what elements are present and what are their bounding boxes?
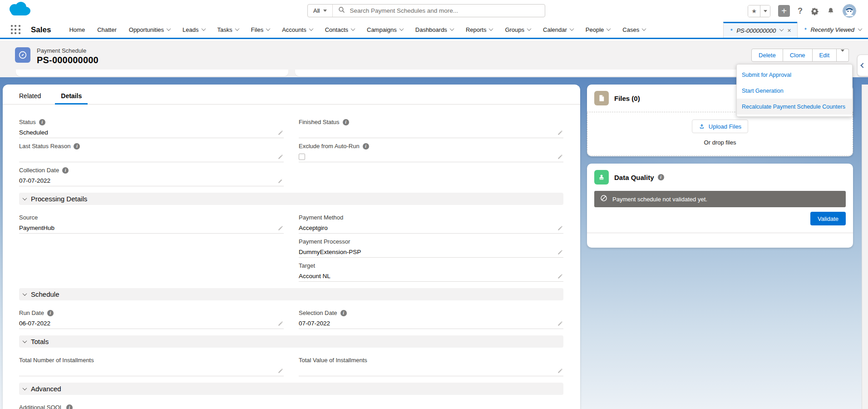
chevron-down-icon[interactable] [858, 26, 863, 31]
chevron-down-icon[interactable] [399, 26, 404, 31]
edit-pencil-icon[interactable] [557, 130, 563, 136]
nav-tab-record[interactable]: * PS-000000000 [723, 22, 797, 38]
edit-pencil-icon[interactable] [277, 154, 284, 160]
nav-tab-label: Opportunities [129, 26, 164, 33]
bell-icon[interactable] [827, 7, 835, 15]
edit-pencil-icon[interactable] [557, 225, 563, 231]
chevron-down-icon[interactable] [607, 26, 611, 31]
edit-pencil-icon[interactable] [557, 249, 563, 255]
nav-tab[interactable]: Campaigns [367, 26, 403, 33]
field-value: DummyExtension-PSP [299, 249, 361, 255]
app-name[interactable]: Sales [31, 25, 51, 35]
details-form: Status i Scheduled Finished Status i [3, 105, 580, 409]
chevron-down-icon[interactable] [167, 26, 171, 31]
app-launcher-icon[interactable] [11, 25, 21, 35]
section-totals[interactable]: Totals [19, 335, 563, 348]
edit-button[interactable]: Edit [813, 49, 837, 62]
chevron-down-icon[interactable] [266, 26, 271, 31]
file-drop-zone[interactable]: Upload Files Or drop files [587, 112, 853, 156]
edit-pencil-icon[interactable] [277, 178, 284, 184]
edit-pencil-icon[interactable] [557, 368, 563, 374]
field-additional-soql: Additional SOQL i [19, 404, 284, 409]
expand-sidebar-button[interactable] [857, 55, 868, 76]
nav-tab[interactable]: Accounts [282, 26, 312, 33]
nav-tab[interactable]: Leads [182, 26, 205, 33]
info-icon[interactable]: i [363, 143, 369, 150]
search-scope-selector[interactable]: All [308, 5, 333, 17]
nav-tab[interactable]: Reports [466, 26, 493, 33]
validate-button[interactable]: Validate [810, 212, 846, 225]
more-actions-button[interactable] [837, 49, 849, 62]
nav-tab[interactable]: Tasks [217, 26, 239, 33]
info-icon[interactable]: i [66, 404, 73, 409]
nav-tab[interactable]: Files [251, 26, 270, 33]
info-icon[interactable]: i [343, 119, 349, 125]
files-card-title[interactable]: Files (0) [614, 95, 640, 102]
info-icon[interactable]: i [658, 174, 664, 180]
edit-pencil-icon[interactable] [557, 154, 563, 160]
quick-create-icon[interactable] [778, 5, 790, 17]
edit-pencil-icon[interactable] [277, 130, 284, 136]
global-search: All [307, 4, 545, 17]
chevron-down-icon[interactable] [201, 26, 206, 31]
action-menu-item[interactable]: Submit for Approval [737, 67, 852, 83]
tab-details[interactable]: Details [61, 87, 82, 104]
field-source: Source PaymentHub [19, 214, 284, 234]
chevron-down-icon[interactable] [449, 26, 454, 31]
nav-tab[interactable]: Home [69, 26, 85, 33]
chevron-down-icon[interactable] [351, 26, 355, 31]
upload-files-button[interactable]: Upload Files [692, 120, 748, 133]
favorites-dropdown-button[interactable] [760, 5, 770, 17]
nav-tab-recently-viewed[interactable]: * Recently Viewed [797, 22, 868, 38]
field-value: PaymentHub [19, 224, 54, 231]
exclude-auto-run-checkbox[interactable] [299, 154, 305, 160]
global-header: All [0, 0, 868, 22]
section-processing-details[interactable]: Processing Details [19, 193, 563, 205]
tab-related[interactable]: Related [19, 87, 41, 104]
chevron-down-icon[interactable] [489, 26, 493, 31]
field-total-number-of-installments: Total Number of Installments [19, 356, 284, 376]
unsaved-indicator: * [804, 26, 806, 33]
field-label: Target [299, 262, 315, 269]
section-schedule[interactable]: Schedule [19, 288, 563, 300]
search-input[interactable] [350, 7, 539, 14]
info-icon[interactable]: i [340, 310, 347, 316]
action-menu-item[interactable]: Recalculate Payment Schedule Counters [737, 99, 852, 115]
nav-tab[interactable]: Calendar [543, 26, 573, 33]
gear-icon[interactable] [810, 7, 819, 15]
action-menu-item[interactable]: Start Generation [737, 83, 852, 99]
edit-pencil-icon[interactable] [557, 273, 563, 279]
nav-tab[interactable]: People [586, 26, 610, 33]
chevron-down-icon[interactable] [569, 26, 574, 31]
nav-tab[interactable]: Cases [622, 26, 646, 33]
info-icon[interactable]: i [39, 119, 45, 125]
favorite-star-icon[interactable] [748, 5, 760, 17]
files-icon [594, 91, 609, 105]
delete-button[interactable]: Delete [751, 49, 783, 62]
chevron-down-icon[interactable] [309, 26, 313, 31]
nav-tab[interactable]: Contacts [325, 26, 355, 33]
close-icon[interactable] [787, 27, 791, 34]
nav-tab[interactable]: Opportunities [129, 26, 170, 33]
nav-tab[interactable]: Chatter [97, 26, 117, 33]
nav-tab[interactable]: Groups [505, 26, 531, 33]
info-icon[interactable]: i [47, 310, 54, 316]
edit-pencil-icon[interactable] [277, 368, 284, 374]
info-icon[interactable]: i [74, 143, 80, 150]
chevron-down-icon[interactable] [527, 26, 532, 31]
nav-tab[interactable]: Dashboards [415, 26, 454, 33]
field-value: Scheduled [19, 129, 48, 136]
info-icon[interactable]: i [62, 167, 69, 174]
edit-pencil-icon[interactable] [277, 320, 284, 327]
chevron-down-icon[interactable] [642, 26, 646, 31]
chevron-down-icon[interactable] [779, 27, 784, 31]
clone-button[interactable]: Clone [783, 49, 813, 62]
help-icon[interactable] [798, 6, 803, 16]
edit-pencil-icon[interactable] [277, 225, 284, 231]
edit-pencil-icon[interactable] [557, 320, 563, 327]
section-advanced[interactable]: Advanced [19, 383, 563, 395]
record-detail-card: Related Details Status i Scheduled Finis… [3, 85, 580, 409]
chevron-down-icon[interactable] [235, 26, 239, 31]
user-avatar[interactable] [843, 4, 856, 18]
data-quality-title: Data Quality [614, 174, 654, 181]
